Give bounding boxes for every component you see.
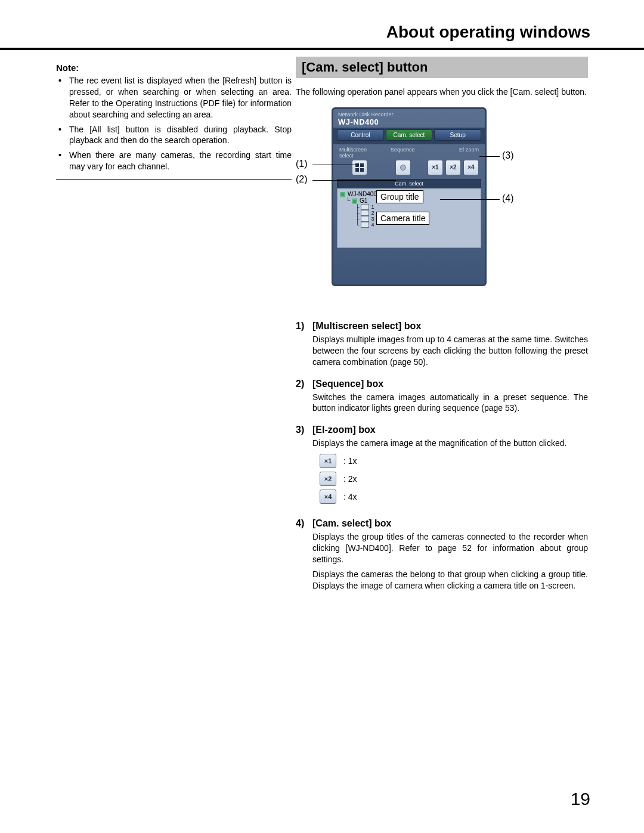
tree-camera-label: 2 (371, 210, 374, 216)
anno-group-title: Group title (376, 190, 423, 203)
def-title: [Cam. select] box (312, 518, 588, 529)
note-list: The rec event list is displayed when the… (56, 75, 292, 172)
def-body: Displays the cameras the belong to that … (312, 569, 588, 592)
zoom-x4-icon: ×4 (320, 490, 336, 504)
tab-cam-select[interactable]: Cam. select (386, 129, 433, 141)
panel-row-labels: Multiscreen select Sequence El-zoom (333, 144, 485, 160)
note-item: The [All list] button is disabled during… (67, 124, 292, 147)
svg-rect-1 (360, 163, 364, 167)
zoom-x1-button[interactable]: ×1 (428, 160, 443, 175)
camera-icon (361, 210, 369, 216)
zoom-x4-label: : 4x (343, 492, 357, 501)
multiscreen-button[interactable] (352, 160, 367, 175)
zoom-x1-icon: ×1 (320, 454, 336, 468)
zoom-x2-label: : 2x (343, 474, 357, 484)
svg-rect-0 (355, 163, 359, 167)
left-column: Note: The rec event list is displayed wh… (56, 63, 292, 180)
def-body: Displays the camera image at the magnifi… (312, 438, 588, 449)
callout-3-label: (3) (502, 150, 514, 160)
camera-icon (361, 204, 369, 210)
callout-3: (3) (487, 150, 516, 161)
def-sequence: 2) [Sequence] box Switches the camera im… (296, 379, 588, 414)
label-multiscreen: Multiscreen select (339, 147, 382, 159)
def-body: Displays the group titles of the cameras… (312, 531, 588, 565)
def-body: Displays multiple images from up to 4 ca… (312, 334, 588, 368)
title-rule (0, 48, 644, 50)
def-multiscreen: 1) [Multiscreen select] box Displays mul… (296, 321, 588, 368)
right-column: [Cam. select] button The following opera… (296, 57, 588, 592)
section-heading: [Cam. select] button (296, 57, 588, 78)
note-heading: Note: (56, 63, 292, 73)
label-sequence: Sequence (382, 147, 424, 159)
zoom-legend: ×1 : 1x ×2 : 2x ×4 : 4x (312, 454, 588, 504)
def-title: [Sequence] box (312, 379, 588, 389)
tree-camera-label: 3 (371, 216, 374, 222)
def-elzoom: 3) [El-zoom] box Displays the camera ima… (296, 425, 588, 507)
camera-icon (361, 222, 369, 228)
tab-setup[interactable]: Setup (434, 129, 481, 141)
intro-paragraph: The following operation panel appears wh… (296, 86, 588, 98)
note-divider (56, 179, 292, 180)
page-title: About operating windows (386, 23, 590, 42)
zoom-legend-row: ×1 : 1x (312, 454, 588, 468)
tree-root-label: WJ-ND400 (348, 191, 377, 197)
label-elzoom: El-zoom (424, 147, 479, 159)
def-num: 2) (296, 379, 306, 414)
def-num: 3) (296, 425, 306, 507)
callout-2: (2) (296, 174, 308, 185)
svg-rect-2 (355, 168, 359, 172)
tree-group-label: G1 (360, 197, 367, 204)
callout-4: (4) (487, 193, 516, 204)
callout-2-label: (2) (296, 174, 308, 184)
callout-4-label: (4) (502, 193, 514, 203)
tree-camera-label: 4 (371, 222, 374, 228)
figure: Network Disk Recorder WJ-ND400 Control C… (296, 107, 588, 310)
zoom-x1-label: : 1x (343, 456, 357, 466)
def-num: 4) (296, 518, 306, 591)
page-number: 19 (571, 789, 590, 809)
svg-rect-3 (360, 168, 364, 172)
def-title: [El-zoom] box (312, 425, 588, 435)
callout-1: (1) (296, 159, 308, 169)
tab-control[interactable]: Control (337, 129, 384, 141)
def-num: 1) (296, 321, 306, 368)
def-body: Switches the camera images automatically… (312, 392, 588, 414)
zoom-legend-row: ×2 : 2x (312, 472, 588, 486)
panel-tabs: Control Cam. select Setup (333, 128, 485, 144)
zoom-x2-icon: ×2 (320, 472, 336, 486)
note-item: When there are many cameras, the recordi… (67, 150, 292, 172)
callout-1-label: (1) (296, 159, 308, 169)
camera-icon (361, 216, 369, 222)
zoom-legend-row: ×4 : 4x (312, 490, 588, 504)
panel-row-buttons: ×1 ×2 ×4 (333, 160, 485, 179)
panel-header: Network Disk Recorder WJ-ND400 (333, 109, 485, 128)
sequence-button[interactable] (395, 160, 411, 175)
panel-subtitle: Network Disk Recorder (338, 112, 480, 117)
def-camselect: 4) [Cam. select] box Displays the group … (296, 518, 588, 591)
zoom-x2-button[interactable]: ×2 (445, 160, 461, 175)
def-title: [Multiscreen select] box (312, 321, 588, 332)
panel-model: WJ-ND400 (338, 117, 480, 126)
note-item: The rec event list is displayed when the… (67, 75, 292, 120)
tree-camera-label: 1 (371, 204, 374, 210)
anno-camera-title: Camera title (376, 212, 429, 225)
zoom-x4-button[interactable]: ×4 (463, 160, 479, 175)
tree-camera[interactable]: ├1 (355, 204, 478, 210)
